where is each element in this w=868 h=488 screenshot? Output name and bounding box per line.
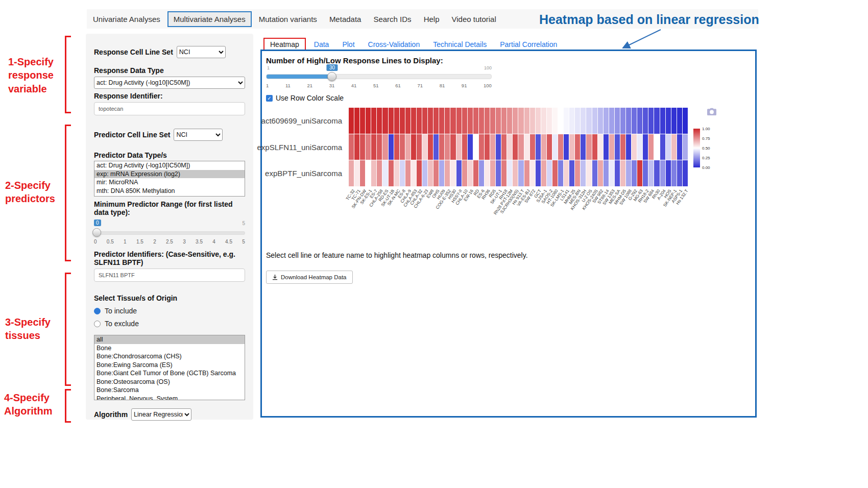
heatmap-cell[interactable]	[677, 134, 682, 160]
heatmap-cell[interactable]	[518, 160, 523, 186]
heatmap-cell[interactable]	[604, 134, 609, 160]
heatmap-cell[interactable]	[637, 160, 642, 186]
download-heatmap-data-button[interactable]: Download Heatmap Data	[266, 271, 353, 284]
heatmap-cell[interactable]	[609, 134, 614, 160]
heatmap-cell[interactable]	[643, 108, 648, 134]
heatmap-cell[interactable]	[592, 160, 597, 186]
tissue-option[interactable]: Bone:Sarcoma	[94, 386, 245, 395]
heatmap-cell[interactable]	[507, 160, 512, 186]
heatmap-cell[interactable]	[428, 134, 433, 160]
predictor-data-type-option[interactable]: mth: DNA 850K Methylation	[94, 187, 245, 196]
heatmap-cell[interactable]	[371, 134, 376, 160]
heatmap-cell[interactable]	[490, 160, 495, 186]
heatmap-cell[interactable]	[394, 160, 399, 186]
heatmap-cell[interactable]	[530, 160, 535, 186]
heatmap-cell[interactable]	[389, 108, 394, 134]
heatmap-cell[interactable]	[648, 108, 654, 134]
heatmap-cell[interactable]	[473, 134, 478, 160]
heatmap-cell[interactable]	[683, 108, 688, 134]
heatmap-cell[interactable]	[394, 108, 399, 134]
nav-tab-univariate-analyses[interactable]: Univariate Analyses	[88, 11, 165, 27]
heatmap-cell[interactable]	[462, 160, 467, 186]
heatmap-cell[interactable]	[513, 160, 518, 186]
heatmap-cell[interactable]	[552, 108, 558, 134]
heatmap-cell[interactable]	[581, 108, 586, 134]
predictor-cell-line-set-select[interactable]: NCI	[174, 129, 223, 141]
heatmap-cell[interactable]	[536, 134, 541, 160]
heatmap-cell[interactable]	[547, 160, 552, 186]
heatmap-cell[interactable]	[632, 134, 637, 160]
heatmap-cell[interactable]	[501, 134, 507, 160]
tissue-exclude-radio[interactable]	[94, 321, 101, 327]
heatmap-cell[interactable]	[586, 108, 591, 134]
heatmap-cell[interactable]	[468, 108, 473, 134]
heatmap-cell[interactable]	[575, 160, 580, 186]
heatmap-cell[interactable]	[513, 108, 518, 134]
nav-tab-mutation-variants[interactable]: Mutation variants	[254, 11, 322, 27]
camera-icon[interactable]	[707, 108, 716, 115]
heatmap-cell[interactable]	[354, 108, 359, 134]
algorithm-select[interactable]: Linear Regression	[131, 408, 191, 421]
heatmap-cell[interactable]	[666, 160, 671, 186]
min-predictor-range-track[interactable]	[94, 231, 245, 235]
heatmap-cell[interactable]	[456, 134, 462, 160]
heatmap-cell[interactable]	[360, 108, 365, 134]
heatmap-cell[interactable]	[654, 160, 659, 186]
slider-handle[interactable]	[327, 72, 336, 81]
heatmap-cell[interactable]	[479, 108, 484, 134]
predictor-identifiers-input[interactable]	[94, 269, 245, 282]
heatmap-row-label[interactable]: act609699_uniSarcoma	[262, 108, 346, 134]
heatmap-cell[interactable]	[411, 108, 416, 134]
heatmap-cell[interactable]	[666, 134, 671, 160]
heatmap-cell[interactable]	[660, 160, 665, 186]
heatmap-cell[interactable]	[524, 134, 529, 160]
heatmap-cell[interactable]	[615, 160, 620, 186]
heatmap-cell[interactable]	[615, 134, 620, 160]
heatmap-cell[interactable]	[501, 108, 507, 134]
heatmap-cell[interactable]	[405, 108, 411, 134]
heatmap-cell[interactable]	[450, 134, 455, 160]
heatmap-cell[interactable]	[541, 108, 546, 134]
heatmap-cell[interactable]	[479, 160, 484, 186]
heatmap-cell[interactable]	[433, 108, 439, 134]
heatmap-cell[interactable]	[439, 108, 444, 134]
heatmap-cell[interactable]	[501, 160, 507, 186]
heatmap-cell[interactable]	[648, 134, 654, 160]
heatmap-cell[interactable]	[456, 160, 462, 186]
heatmap-cell[interactable]	[422, 108, 427, 134]
heatmap-cell[interactable]	[354, 160, 359, 186]
heatmap-cell[interactable]	[411, 134, 416, 160]
heatmap-cell[interactable]	[626, 134, 631, 160]
heatmap-cell[interactable]	[632, 160, 637, 186]
heatmap-cell[interactable]	[604, 160, 609, 186]
nav-tab-help[interactable]: Help	[419, 11, 445, 27]
heatmap-cell[interactable]	[377, 160, 382, 186]
heatmap-cell[interactable]	[366, 108, 371, 134]
heatmap-cell[interactable]	[349, 134, 354, 160]
heatmap-cell[interactable]	[643, 134, 648, 160]
heatmap-row-label[interactable]: expSLFN11_uniSarcoma	[262, 134, 346, 161]
heatmap-cell[interactable]	[485, 108, 490, 134]
heatmap-cell[interactable]	[524, 160, 529, 186]
heatmap-cell[interactable]	[360, 160, 365, 186]
heatmap-cell[interactable]	[671, 108, 677, 134]
heatmap-cell[interactable]	[518, 108, 523, 134]
heatmap-cell[interactable]	[592, 108, 597, 134]
heatmap-cell[interactable]	[496, 160, 501, 186]
heatmap-cell[interactable]	[626, 160, 631, 186]
response-identifier-input[interactable]	[94, 102, 245, 115]
heatmap-cell[interactable]	[569, 134, 574, 160]
heatmap-cell[interactable]	[371, 108, 376, 134]
heatmap-cell[interactable]	[468, 160, 473, 186]
heatmap-cell[interactable]	[417, 134, 422, 160]
heatmap-cell[interactable]	[637, 134, 642, 160]
tissue-option[interactable]: Bone:Chondrosarcoma (CHS)	[94, 352, 245, 361]
heatmap-cell[interactable]	[643, 160, 648, 186]
heatmap-cell[interactable]	[586, 160, 591, 186]
heatmap-cell[interactable]	[377, 134, 382, 160]
heatmap-cell[interactable]	[620, 134, 625, 160]
heatmap-cell[interactable]	[671, 134, 677, 160]
heatmap-cell[interactable]	[389, 134, 394, 160]
nav-tab-search-ids[interactable]: Search IDs	[368, 11, 416, 27]
heatmap-cell[interactable]	[507, 134, 512, 160]
